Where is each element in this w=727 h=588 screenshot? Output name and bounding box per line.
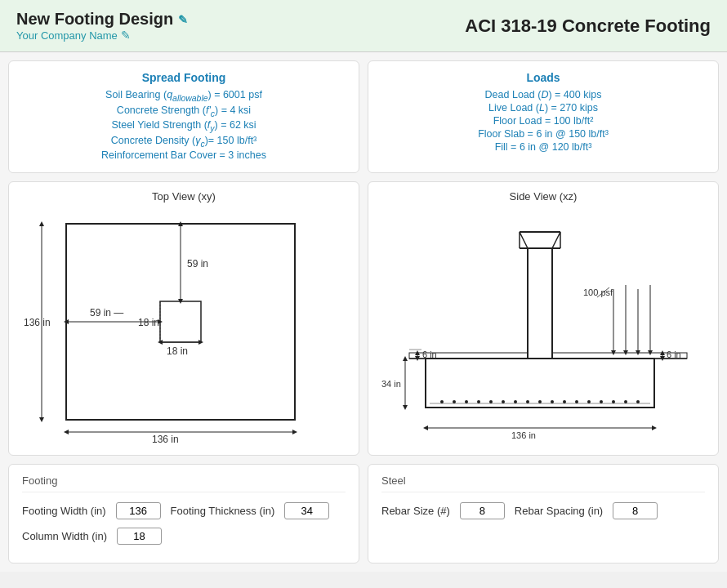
load-line-2: Live Load (L) = 270 kips <box>381 102 705 114</box>
svg-text:18 in: 18 in <box>167 345 188 357</box>
svg-point-25 <box>551 400 554 403</box>
sf-line-5: Reinforcement Bar Cover = 3 inches <box>22 149 346 161</box>
footing-section-title: Footing <box>22 474 346 492</box>
svg-point-32 <box>636 400 640 403</box>
svg-point-31 <box>624 400 627 403</box>
svg-text:18 in: 18 in <box>138 317 159 328</box>
svg-point-26 <box>563 400 566 403</box>
info-row: Spread Footing Soil Bearing (qallowable)… <box>8 60 719 173</box>
sf-line-1: Soil Bearing (qallowable) = 6001 psf <box>22 89 346 103</box>
spread-footing-title: Spread Footing <box>22 71 346 84</box>
side-view-card: Side View (xz) <box>368 181 719 456</box>
column-width-row: Column Width (in) <box>22 528 346 545</box>
top-view-card: Top View (xy) 59 in 59 in — 18 in 18 in <box>8 181 359 456</box>
sf-line-3: Steel Yield Strength (fy) = 62 ksi <box>22 119 346 133</box>
svg-point-18 <box>465 400 468 403</box>
svg-point-24 <box>538 400 542 403</box>
svg-point-21 <box>502 400 505 403</box>
svg-text:136 in: 136 in <box>511 430 536 440</box>
rebar-row: Rebar Size (#) Rebar Spacing (in) <box>381 502 705 519</box>
svg-point-20 <box>489 400 493 403</box>
column-width-input[interactable] <box>117 528 162 545</box>
side-view-title: Side View (xz) <box>377 190 710 203</box>
main-content: Spread Footing Soil Bearing (qallowable)… <box>0 52 727 572</box>
rebar-size-input[interactable] <box>460 502 505 519</box>
loads-title: Loads <box>381 71 705 84</box>
header: New Footing Design ✎ Your Company Name ✎… <box>0 0 727 52</box>
footing-width-label: Footing Width (in) <box>22 505 106 517</box>
standard-label: ACI 318-19 Concrete Footing <box>465 16 711 37</box>
svg-text:59 in —: 59 in — <box>90 307 123 318</box>
rebar-spacing-label: Rebar Spacing (in) <box>515 505 603 517</box>
svg-text:100 psf: 100 psf <box>583 287 613 297</box>
app-title: New Footing Design ✎ <box>16 10 188 29</box>
svg-point-23 <box>526 400 529 403</box>
load-line-3: Floor Load = 100 lb/ft² <box>381 115 705 127</box>
svg-text:34 in: 34 in <box>381 379 401 389</box>
load-line-4: Floor Slab = 6 in @ 150 lb/ft³ <box>381 128 705 140</box>
svg-point-30 <box>612 400 615 403</box>
spread-footing-card: Spread Footing Soil Bearing (qallowable)… <box>8 60 359 173</box>
svg-point-17 <box>453 400 456 403</box>
steel-section-title: Steel <box>381 474 705 492</box>
svg-point-16 <box>440 400 444 403</box>
footing-thickness-label: Footing Thickness (in) <box>171 505 275 517</box>
sf-line-4: Concrete Density (γc)= 150 lb/ft³ <box>22 135 346 149</box>
rebar-spacing-input[interactable] <box>613 502 658 519</box>
diagrams-row: Top View (xy) 59 in 59 in — 18 in 18 in <box>8 181 719 456</box>
company-text: Your Company Name <box>16 29 118 42</box>
svg-text:6 in: 6 in <box>422 350 437 359</box>
top-view-title: Top View (xy) <box>17 190 350 203</box>
svg-point-29 <box>600 400 603 403</box>
rebar-size-label: Rebar Size (#) <box>381 505 450 517</box>
column-width-label: Column Width (in) <box>22 530 107 542</box>
sf-line-2: Concrete Strength (f'c) = 4 ksi <box>22 105 346 118</box>
loads-card: Loads Dead Load (D) = 400 kips Live Load… <box>368 60 719 173</box>
svg-text:6 in: 6 in <box>667 350 681 359</box>
inputs-row: Footing Footing Width (in) Footing Thick… <box>8 464 719 564</box>
footing-input-card: Footing Footing Width (in) Footing Thick… <box>8 464 359 564</box>
footing-thickness-input[interactable] <box>284 502 329 519</box>
svg-rect-33 <box>528 248 552 359</box>
title-text: New Footing Design <box>16 10 173 29</box>
svg-point-19 <box>477 400 480 403</box>
top-view-svg: 59 in 59 in — 18 in 18 in 136 in 136 in <box>17 207 344 444</box>
svg-rect-1 <box>160 301 201 342</box>
svg-point-28 <box>587 400 591 403</box>
svg-text:136 in: 136 in <box>24 317 51 328</box>
footing-width-row: Footing Width (in) Footing Thickness (in… <box>22 502 346 519</box>
svg-text:136 in: 136 in <box>152 434 179 444</box>
header-left: New Footing Design ✎ Your Company Name ✎ <box>16 10 188 42</box>
svg-point-22 <box>514 400 517 403</box>
steel-input-card: Steel Rebar Size (#) Rebar Spacing (in) <box>368 464 719 564</box>
edit-company-icon[interactable]: ✎ <box>121 29 131 42</box>
side-view-svg: 100 psf 6 in 6 in 34 in 136 in <box>377 207 703 444</box>
svg-point-27 <box>575 400 578 403</box>
svg-text:59 in: 59 in <box>187 258 208 270</box>
load-line-1: Dead Load (D) = 400 kips <box>381 89 705 100</box>
load-line-5: Fill = 6 in @ 120 lb/ft³ <box>381 141 705 153</box>
footing-width-input[interactable] <box>116 502 161 519</box>
edit-title-icon[interactable]: ✎ <box>178 13 188 26</box>
company-name: Your Company Name ✎ <box>16 29 188 42</box>
